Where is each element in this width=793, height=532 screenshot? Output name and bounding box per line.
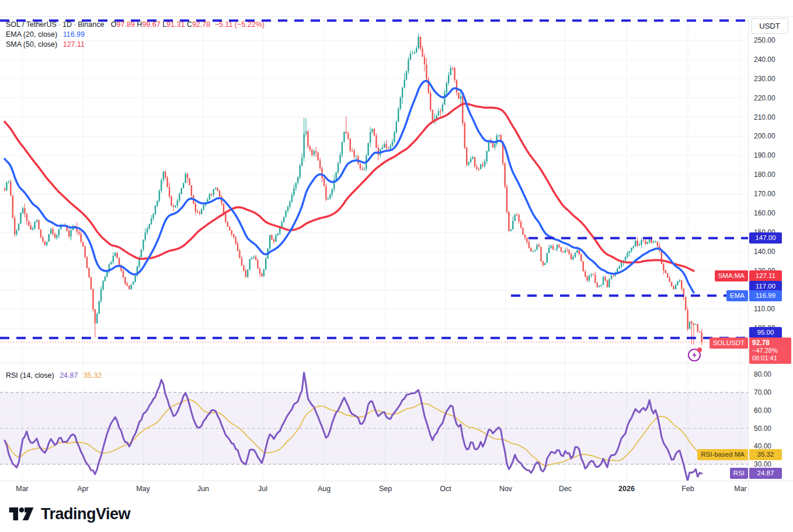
time-tick-label: Feb xyxy=(681,485,694,493)
last-price-value: 92.78 xyxy=(752,339,788,347)
level-price-label-95: 95.00 xyxy=(749,327,782,338)
rsi-legend[interactable]: RSI (14, close) 24.87 35.32 xyxy=(6,371,102,380)
sma-value-chip: 127.11 xyxy=(749,270,782,281)
market-countdown-icon[interactable] xyxy=(686,346,704,363)
time-tick-label: Nov xyxy=(499,485,512,493)
ohlc-open-value: 97.89 xyxy=(117,20,135,29)
ema-legend-name[interactable]: EMA (20, close) xyxy=(6,30,57,39)
ohlc-close-label: C xyxy=(187,20,192,29)
time-tick-label: Apr xyxy=(77,485,88,493)
time-tick-label: Dec xyxy=(559,485,572,493)
price-tick-label: 210.00 xyxy=(754,113,775,121)
rsi-legend-value: 24.87 xyxy=(60,371,78,380)
rsi-ma-name-chip: RSI-based MA xyxy=(697,449,748,460)
ema-legend-value: 116.99 xyxy=(63,30,85,39)
price-tick-label: 140.00 xyxy=(754,248,775,256)
tradingview-logo-text: TradingView xyxy=(41,505,130,523)
time-tick-label: Jul xyxy=(258,485,267,493)
rsi-value-chip: 24.87 xyxy=(749,468,782,479)
change-value: −5.11 (−5.22%) xyxy=(215,20,265,29)
price-tick-label: 110.00 xyxy=(754,305,775,313)
ema-value-chip: 116.99 xyxy=(749,290,782,301)
ema-name-chip: EMA xyxy=(726,290,748,301)
time-tick-label: Oct xyxy=(440,485,451,493)
time-tick-label: Jun xyxy=(197,485,209,493)
time-tick-label: 2026 xyxy=(618,485,635,493)
price-tick-label: 250.00 xyxy=(754,36,775,44)
time-tick-label: May xyxy=(136,485,150,493)
rsi-tick-label: 60.00 xyxy=(754,406,771,415)
ohlc-low-value: 91.31 xyxy=(166,20,185,29)
rsi-ma-value-chip: 35.32 xyxy=(749,449,782,460)
exchange-label: Binance xyxy=(78,20,104,29)
tradingview-logo[interactable]: TradingView xyxy=(8,502,130,526)
time-tick-label: Sep xyxy=(379,485,392,493)
price-tick-label: 160.00 xyxy=(754,209,775,217)
price-tick-label: 220.00 xyxy=(754,94,775,102)
price-tick-label: 180.00 xyxy=(754,171,775,179)
symbol-name[interactable]: SOL / TetherUS xyxy=(6,20,57,29)
time-axis-separator xyxy=(0,481,793,481)
header-bar xyxy=(0,0,793,16)
level-price-label-147: 147.00 xyxy=(749,232,782,244)
ohlc-high-value: 99.67 xyxy=(142,20,160,29)
footer: TradingView xyxy=(0,496,793,532)
sma-legend-value: 127.11 xyxy=(63,40,85,48)
header-separator xyxy=(0,16,793,17)
sma-legend[interactable]: SMA (50, close) 127.11 xyxy=(6,40,85,48)
symbol-legend[interactable]: SOL / TetherUS·1D·Binance O97.89 H99.67 … xyxy=(6,20,265,29)
last-price-chip: 92.78 −47.28% 08:01:41 xyxy=(749,338,791,364)
price-axis-separator xyxy=(748,16,749,496)
symbol-name-chip: SOLUSDT xyxy=(709,338,748,349)
sma-name-chip: SMA:MA xyxy=(715,270,748,281)
rsi-tick-label: 30.00 xyxy=(754,460,771,468)
interval-label[interactable]: 1D xyxy=(62,20,72,29)
tradingview-logo-icon xyxy=(8,502,35,526)
time-tick-label: Mar xyxy=(16,485,29,493)
price-tick-label: 170.00 xyxy=(754,190,775,198)
rsi-tick-label: 80.00 xyxy=(754,370,771,378)
last-price-change-pct: −47.28% xyxy=(752,347,788,354)
price-unit-button[interactable]: USDT xyxy=(751,18,788,34)
ohlc-close-value: 92.78 xyxy=(192,20,210,29)
rsi-tick-label: 50.00 xyxy=(754,425,771,433)
sma-legend-name[interactable]: SMA (50, close) xyxy=(6,40,57,48)
price-tick-label: 190.00 xyxy=(754,151,775,159)
price-tick-label: 230.00 xyxy=(754,75,775,83)
legend-separator: · xyxy=(57,20,62,29)
price-tick-label: 240.00 xyxy=(754,55,775,64)
legend-separator: · xyxy=(72,20,78,29)
rsi-legend-name[interactable]: RSI (14, close) xyxy=(6,371,54,380)
ema-legend[interactable]: EMA (20, close) 116.99 xyxy=(6,30,85,39)
chart-canvas[interactable] xyxy=(0,0,793,532)
pane-separator xyxy=(0,363,793,363)
time-tick-label: Mar xyxy=(734,485,747,493)
session-countdown: 08:01:41 xyxy=(752,354,788,362)
ohlc-open-label: O xyxy=(111,20,117,29)
rsi-name-chip: RSI xyxy=(730,468,748,479)
rsi-tick-label: 70.00 xyxy=(754,388,771,397)
price-tick-label: 200.00 xyxy=(754,132,775,140)
rsi-ma-legend-value: 35.32 xyxy=(84,371,102,380)
time-tick-label: Aug xyxy=(318,485,331,493)
